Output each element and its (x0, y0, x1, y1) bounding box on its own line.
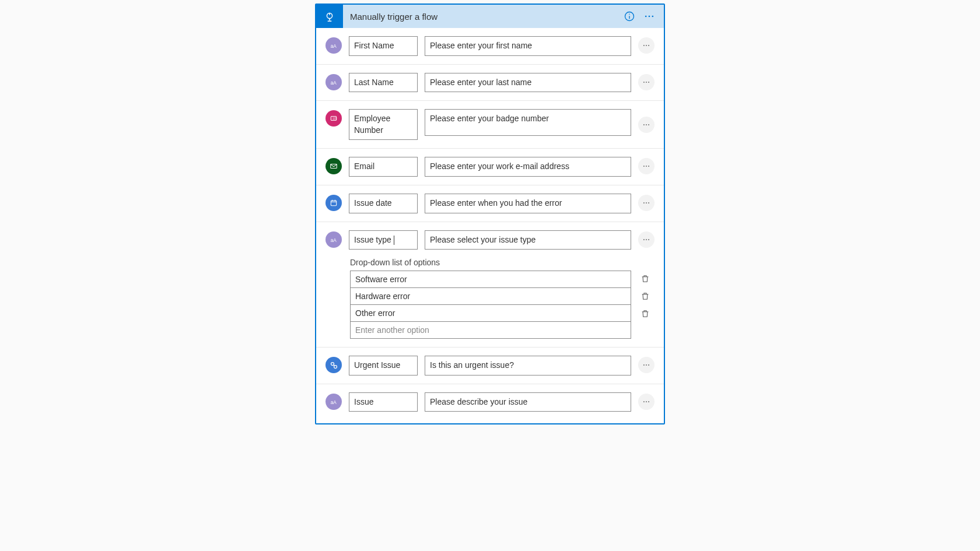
svg-point-33 (646, 239, 647, 240)
text-cursor (394, 236, 394, 245)
delete-option-button[interactable] (639, 290, 651, 302)
svg-text:aA: aA (331, 399, 337, 405)
input-section: Urgent Issue (316, 348, 664, 384)
text-type-icon: aA (326, 37, 342, 54)
svg-point-23 (648, 166, 649, 167)
input-description-field[interactable] (425, 36, 631, 56)
svg-point-4 (645, 16, 647, 17)
svg-point-28 (643, 202, 645, 203)
input-name-field[interactable]: Employee Number (349, 109, 418, 140)
trigger-card: Manually trigger a flow aA First Name (315, 3, 665, 424)
svg-point-30 (648, 202, 649, 203)
input-description-field[interactable] (425, 356, 631, 375)
dropdown-options-list (350, 271, 631, 339)
svg-point-32 (643, 239, 645, 240)
email-type-icon (326, 158, 342, 174)
card-menu-button[interactable] (639, 6, 659, 26)
input-description-field[interactable] (425, 230, 631, 250)
svg-point-41 (643, 401, 645, 402)
input-section: aA First Name (316, 28, 664, 65)
input-more-button[interactable] (638, 158, 654, 174)
input-description-field[interactable] (425, 194, 631, 213)
input-section: aA Issue type Drop-down list of options (316, 222, 664, 348)
info-button[interactable] (620, 6, 639, 26)
input-name-field[interactable]: Email (349, 157, 418, 177)
dropdown-option-field[interactable] (350, 287, 631, 305)
dropdown-option-field[interactable] (350, 304, 631, 322)
input-description-field[interactable] (425, 109, 631, 136)
input-section: Issue date (316, 185, 664, 222)
input-name-field[interactable]: Urgent Issue (349, 356, 418, 375)
svg-point-3 (629, 13, 630, 15)
input-more-button[interactable] (638, 74, 654, 90)
input-name-field[interactable]: Issue (349, 392, 418, 412)
svg-point-38 (646, 364, 647, 366)
number-type-icon: 123 (326, 110, 342, 127)
svg-text:aA: aA (331, 44, 337, 49)
input-more-button[interactable] (638, 195, 654, 211)
svg-point-14 (648, 82, 649, 83)
input-description-field[interactable] (425, 392, 631, 412)
svg-rect-24 (331, 201, 336, 206)
input-section: aA Issue (316, 384, 664, 420)
card-body: aA First Name aA Last Name (316, 28, 664, 423)
date-type-icon (326, 195, 342, 211)
dropdown-add-option-field[interactable] (350, 321, 631, 339)
svg-point-6 (652, 16, 654, 17)
input-name-field[interactable]: Last Name (349, 73, 418, 93)
input-name-field[interactable]: Issue type (349, 230, 418, 250)
svg-point-36 (334, 365, 337, 368)
input-section: aA Last Name (316, 65, 664, 101)
yesno-type-icon (326, 357, 342, 373)
dropdown-option-field[interactable] (350, 271, 631, 288)
svg-point-39 (648, 364, 649, 366)
svg-point-42 (646, 401, 647, 402)
svg-point-18 (646, 124, 647, 125)
text-type-icon: aA (326, 74, 342, 90)
svg-point-13 (646, 82, 647, 83)
delete-option-button[interactable] (639, 273, 651, 285)
svg-point-17 (643, 124, 645, 125)
input-name-field[interactable]: Issue date (349, 194, 418, 213)
svg-point-37 (643, 364, 645, 366)
input-more-button[interactable] (638, 357, 654, 373)
input-more-button[interactable] (638, 117, 654, 133)
input-more-button[interactable] (638, 231, 654, 248)
card-header: Manually trigger a flow (316, 5, 664, 28)
text-type-icon: aA (326, 231, 342, 248)
input-name-field[interactable]: First Name (349, 36, 418, 56)
svg-point-22 (646, 166, 647, 167)
svg-point-35 (331, 362, 334, 365)
svg-point-21 (643, 166, 645, 167)
svg-point-10 (648, 45, 649, 46)
input-more-button[interactable] (638, 394, 654, 410)
svg-text:aA: aA (331, 80, 337, 85)
svg-point-29 (646, 202, 647, 203)
svg-text:123: 123 (332, 118, 337, 121)
svg-point-34 (648, 239, 649, 240)
trigger-icon (316, 5, 343, 28)
delete-option-button[interactable] (639, 308, 651, 320)
card-title: Manually trigger a flow (343, 12, 620, 22)
svg-point-12 (643, 82, 645, 83)
svg-point-9 (646, 45, 647, 46)
svg-point-19 (648, 124, 649, 125)
svg-text:aA: aA (331, 237, 337, 243)
input-section: Email (316, 149, 664, 185)
svg-point-43 (648, 401, 649, 402)
input-more-button[interactable] (638, 37, 654, 54)
input-description-field[interactable] (425, 73, 631, 93)
text-type-icon: aA (326, 394, 342, 410)
svg-point-8 (643, 45, 645, 46)
input-section: 123 Employee Number (316, 101, 664, 149)
dropdown-options-label: Drop-down list of options (350, 258, 654, 267)
svg-point-5 (649, 16, 650, 17)
input-description-field[interactable] (425, 157, 631, 177)
